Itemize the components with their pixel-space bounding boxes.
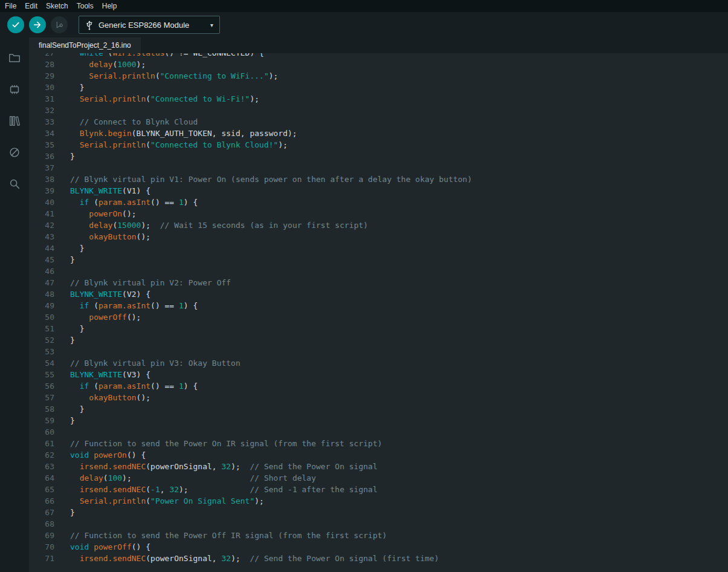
code-line[interactable]: 31 Serial.println("Connected to Wi-Fi!")…: [29, 93, 728, 105]
code-line[interactable]: 47// Blynk virtual pin V2: Power Off: [29, 277, 728, 288]
code-line[interactable]: 48BLYNK_WRITE(V2) {: [29, 288, 728, 300]
code-line[interactable]: 56 if (param.asInt() == 1) {: [29, 380, 728, 392]
menu-edit[interactable]: Edit: [25, 2, 43, 10]
line-number: 44: [29, 242, 56, 254]
code-line[interactable]: 50 powerOff();: [29, 311, 728, 323]
line-number: 53: [29, 346, 56, 357]
line-number: 35: [29, 139, 56, 151]
line-number: 57: [29, 392, 56, 403]
line-number: 46: [29, 265, 56, 277]
arduino-ide-window: File Edit Sketch Tools Help: [0, 0, 728, 572]
line-number: 69: [29, 530, 56, 541]
upload-button[interactable]: [29, 16, 46, 33]
line-number: 47: [29, 277, 56, 288]
menu-sketch[interactable]: Sketch: [46, 2, 74, 10]
sidebar-item-search[interactable]: [0, 168, 29, 200]
code-line[interactable]: 64 delay(100); // Short delay: [29, 472, 728, 484]
code-line[interactable]: 40 if (param.asInt() == 1) {: [29, 197, 728, 208]
code-line[interactable]: 36}: [29, 151, 728, 162]
books-icon: [8, 114, 21, 128]
line-number: 27: [29, 53, 56, 59]
line-number: 71: [29, 553, 56, 564]
code-line[interactable]: 58 }: [29, 403, 728, 415]
folder-icon: [8, 51, 21, 65]
code-line[interactable]: 51 }: [29, 323, 728, 334]
code-line[interactable]: 61// Function to send the Power On IR si…: [29, 438, 728, 449]
code-line[interactable]: 63 irsend.sendNEC(powerOnSignal, 32); //…: [29, 461, 728, 472]
code-line[interactable]: 38// Blynk virtual pin V1: Power On (sen…: [29, 174, 728, 185]
code-line[interactable]: 37: [29, 162, 728, 174]
code-line[interactable]: 59}: [29, 415, 728, 426]
check-icon: [11, 20, 21, 30]
code-line[interactable]: 54// Blynk virtual pin V3: Okay Button: [29, 357, 728, 369]
code-line[interactable]: 46: [29, 265, 728, 277]
sidebar-item-sketchbook[interactable]: [0, 42, 29, 74]
code-line[interactable]: 66 Serial.println("Power On Signal Sent"…: [29, 495, 728, 507]
main-area: finalSendToProject_2_16.ino 27 while (Wi…: [0, 37, 728, 572]
board-selector[interactable]: Generic ESP8266 Module ▾: [79, 16, 220, 34]
line-number: 28: [29, 59, 56, 70]
code-line[interactable]: 57 okayButton();: [29, 392, 728, 403]
code-line[interactable]: 55BLYNK_WRITE(V3) {: [29, 369, 728, 380]
code-line[interactable]: 34 Blynk.begin(BLYNK_AUTH_TOKEN, ssid, p…: [29, 128, 728, 139]
line-number: 33: [29, 116, 56, 128]
code-line[interactable]: 44 }: [29, 242, 728, 254]
sidebar-item-library-manager[interactable]: [0, 105, 29, 137]
code-line[interactable]: 39BLYNK_WRITE(V1) {: [29, 185, 728, 197]
search-icon: [8, 177, 21, 190]
code-line[interactable]: 35 Serial.println("Connected to Blynk Cl…: [29, 139, 728, 151]
arrow-right-icon: [33, 20, 42, 30]
menubar: File Edit Sketch Tools Help: [0, 0, 728, 12]
line-number: 29: [29, 70, 56, 82]
code-line[interactable]: 67}: [29, 507, 728, 518]
tab-label: finalSendToProject_2_16.ino: [39, 41, 131, 50]
code-line[interactable]: 52}: [29, 334, 728, 346]
code-line[interactable]: 60: [29, 426, 728, 438]
menu-help[interactable]: Help: [102, 2, 123, 10]
code-editor[interactable]: 27 while (WiFi.status() != WL_CONNECTED)…: [29, 53, 728, 572]
code-line[interactable]: 68: [29, 518, 728, 530]
code-line[interactable]: 27 while (WiFi.status() != WL_CONNECTED)…: [29, 53, 728, 59]
code-line[interactable]: 71 irsend.sendNEC(powerOnSignal, 32); //…: [29, 553, 728, 564]
line-number: 40: [29, 197, 56, 208]
code-line[interactable]: 42 delay(15000); // Wait 15 seconds (as …: [29, 219, 728, 231]
line-number: 63: [29, 461, 56, 472]
code-line[interactable]: 29 Serial.println("Connecting to WiFi...…: [29, 70, 728, 82]
line-number: 49: [29, 300, 56, 311]
line-number: 67: [29, 507, 56, 518]
code-line[interactable]: 49 if (param.asInt() == 1) {: [29, 300, 728, 311]
line-number: 41: [29, 208, 56, 219]
code-line[interactable]: 28 delay(1000);: [29, 59, 728, 70]
line-number: 70: [29, 541, 56, 553]
line-number: 59: [29, 415, 56, 426]
code-line[interactable]: 65 irsend.sendNEC(-1, 32); // Send -1 af…: [29, 484, 728, 495]
line-number: 30: [29, 82, 56, 93]
line-number: 52: [29, 334, 56, 346]
line-number: 51: [29, 323, 56, 334]
menu-file[interactable]: File: [5, 2, 22, 10]
code-line[interactable]: 32: [29, 105, 728, 116]
line-number: 39: [29, 185, 56, 197]
line-number: 66: [29, 495, 56, 507]
code-line[interactable]: 62void powerOn() {: [29, 449, 728, 461]
code-line[interactable]: 70void powerOff() {: [29, 541, 728, 553]
menu-tools[interactable]: Tools: [77, 2, 100, 10]
code-line[interactable]: 33 // Connect to Blynk Cloud: [29, 116, 728, 128]
code-line[interactable]: 53: [29, 346, 728, 357]
code-line[interactable]: 45}: [29, 254, 728, 265]
sidebar-item-debug[interactable]: [0, 137, 29, 168]
debug-button[interactable]: [51, 16, 68, 33]
code-line[interactable]: 30 }: [29, 82, 728, 93]
code-line[interactable]: 43 okayButton();: [29, 231, 728, 242]
editor-column: finalSendToProject_2_16.ino 27 while (Wi…: [29, 37, 728, 572]
sidebar-item-boards-manager[interactable]: [0, 74, 29, 105]
code-lines: 27 while (WiFi.status() != WL_CONNECTED)…: [29, 53, 728, 564]
code-line[interactable]: 41 powerOn();: [29, 208, 728, 219]
verify-button[interactable]: [7, 16, 24, 33]
code-line[interactable]: 69// Function to send the Power Off IR s…: [29, 530, 728, 541]
tab-sketch[interactable]: finalSendToProject_2_16.ino: [29, 37, 141, 53]
line-number: 31: [29, 93, 56, 105]
line-number: 50: [29, 311, 56, 323]
board-icon: [8, 83, 21, 96]
line-number: 36: [29, 151, 56, 162]
